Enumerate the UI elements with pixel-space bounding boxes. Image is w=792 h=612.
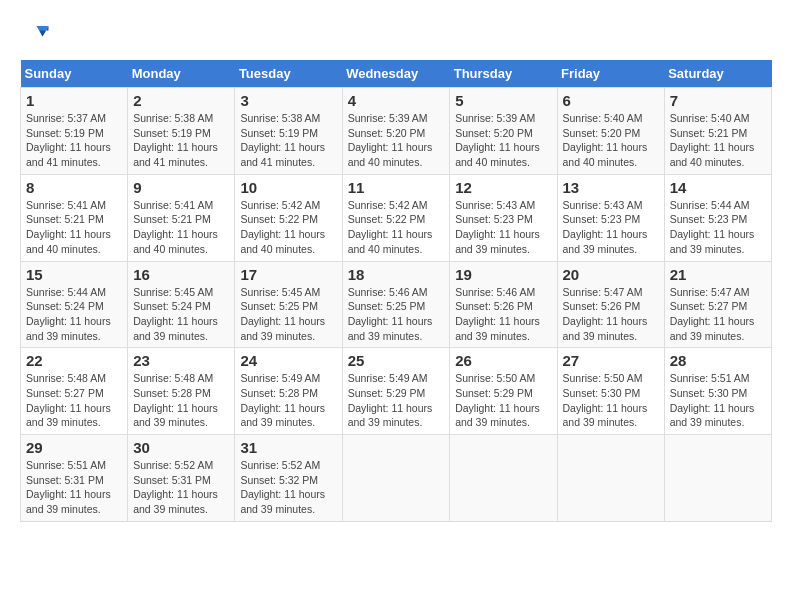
day-number: 26 bbox=[455, 352, 551, 369]
calendar-cell: 23 Sunrise: 5:48 AM Sunset: 5:28 PM Dayl… bbox=[128, 348, 235, 435]
calendar-cell: 26 Sunrise: 5:50 AM Sunset: 5:29 PM Dayl… bbox=[450, 348, 557, 435]
header-cell-monday: Monday bbox=[128, 60, 235, 88]
day-number: 6 bbox=[563, 92, 659, 109]
day-number: 30 bbox=[133, 439, 229, 456]
day-info: Sunrise: 5:40 AM Sunset: 5:20 PM Dayligh… bbox=[563, 111, 659, 170]
day-number: 18 bbox=[348, 266, 445, 283]
day-number: 24 bbox=[240, 352, 336, 369]
calendar-cell: 4 Sunrise: 5:39 AM Sunset: 5:20 PM Dayli… bbox=[342, 88, 450, 175]
calendar-cell: 1 Sunrise: 5:37 AM Sunset: 5:19 PM Dayli… bbox=[21, 88, 128, 175]
week-row-2: 8 Sunrise: 5:41 AM Sunset: 5:21 PM Dayli… bbox=[21, 174, 772, 261]
day-number: 31 bbox=[240, 439, 336, 456]
day-number: 9 bbox=[133, 179, 229, 196]
calendar-cell: 29 Sunrise: 5:51 AM Sunset: 5:31 PM Dayl… bbox=[21, 435, 128, 522]
calendar-cell bbox=[342, 435, 450, 522]
day-info: Sunrise: 5:51 AM Sunset: 5:30 PM Dayligh… bbox=[670, 371, 766, 430]
day-number: 7 bbox=[670, 92, 766, 109]
calendar-cell: 31 Sunrise: 5:52 AM Sunset: 5:32 PM Dayl… bbox=[235, 435, 342, 522]
calendar-cell: 12 Sunrise: 5:43 AM Sunset: 5:23 PM Dayl… bbox=[450, 174, 557, 261]
day-info: Sunrise: 5:37 AM Sunset: 5:19 PM Dayligh… bbox=[26, 111, 122, 170]
calendar-cell: 7 Sunrise: 5:40 AM Sunset: 5:21 PM Dayli… bbox=[664, 88, 771, 175]
day-number: 5 bbox=[455, 92, 551, 109]
day-info: Sunrise: 5:38 AM Sunset: 5:19 PM Dayligh… bbox=[240, 111, 336, 170]
calendar-cell bbox=[450, 435, 557, 522]
day-number: 19 bbox=[455, 266, 551, 283]
day-number: 14 bbox=[670, 179, 766, 196]
calendar-cell: 9 Sunrise: 5:41 AM Sunset: 5:21 PM Dayli… bbox=[128, 174, 235, 261]
day-info: Sunrise: 5:41 AM Sunset: 5:21 PM Dayligh… bbox=[26, 198, 122, 257]
calendar-cell: 15 Sunrise: 5:44 AM Sunset: 5:24 PM Dayl… bbox=[21, 261, 128, 348]
day-number: 13 bbox=[563, 179, 659, 196]
day-number: 2 bbox=[133, 92, 229, 109]
logo bbox=[20, 20, 54, 50]
header-cell-saturday: Saturday bbox=[664, 60, 771, 88]
calendar-cell: 5 Sunrise: 5:39 AM Sunset: 5:20 PM Dayli… bbox=[450, 88, 557, 175]
day-info: Sunrise: 5:39 AM Sunset: 5:20 PM Dayligh… bbox=[348, 111, 445, 170]
day-number: 10 bbox=[240, 179, 336, 196]
day-number: 21 bbox=[670, 266, 766, 283]
day-number: 25 bbox=[348, 352, 445, 369]
calendar-cell: 24 Sunrise: 5:49 AM Sunset: 5:28 PM Dayl… bbox=[235, 348, 342, 435]
day-number: 22 bbox=[26, 352, 122, 369]
calendar-cell: 14 Sunrise: 5:44 AM Sunset: 5:23 PM Dayl… bbox=[664, 174, 771, 261]
calendar-cell: 25 Sunrise: 5:49 AM Sunset: 5:29 PM Dayl… bbox=[342, 348, 450, 435]
day-number: 28 bbox=[670, 352, 766, 369]
day-number: 3 bbox=[240, 92, 336, 109]
calendar-cell: 17 Sunrise: 5:45 AM Sunset: 5:25 PM Dayl… bbox=[235, 261, 342, 348]
header-cell-wednesday: Wednesday bbox=[342, 60, 450, 88]
page-header bbox=[20, 20, 772, 50]
day-info: Sunrise: 5:47 AM Sunset: 5:27 PM Dayligh… bbox=[670, 285, 766, 344]
header-cell-tuesday: Tuesday bbox=[235, 60, 342, 88]
day-info: Sunrise: 5:51 AM Sunset: 5:31 PM Dayligh… bbox=[26, 458, 122, 517]
day-number: 4 bbox=[348, 92, 445, 109]
week-row-1: 1 Sunrise: 5:37 AM Sunset: 5:19 PM Dayli… bbox=[21, 88, 772, 175]
day-number: 27 bbox=[563, 352, 659, 369]
day-info: Sunrise: 5:50 AM Sunset: 5:30 PM Dayligh… bbox=[563, 371, 659, 430]
week-row-3: 15 Sunrise: 5:44 AM Sunset: 5:24 PM Dayl… bbox=[21, 261, 772, 348]
calendar-cell: 20 Sunrise: 5:47 AM Sunset: 5:26 PM Dayl… bbox=[557, 261, 664, 348]
day-number: 12 bbox=[455, 179, 551, 196]
day-info: Sunrise: 5:46 AM Sunset: 5:25 PM Dayligh… bbox=[348, 285, 445, 344]
calendar-cell: 8 Sunrise: 5:41 AM Sunset: 5:21 PM Dayli… bbox=[21, 174, 128, 261]
day-info: Sunrise: 5:52 AM Sunset: 5:32 PM Dayligh… bbox=[240, 458, 336, 517]
day-info: Sunrise: 5:41 AM Sunset: 5:21 PM Dayligh… bbox=[133, 198, 229, 257]
calendar-table: SundayMondayTuesdayWednesdayThursdayFrid… bbox=[20, 60, 772, 522]
calendar-cell: 6 Sunrise: 5:40 AM Sunset: 5:20 PM Dayli… bbox=[557, 88, 664, 175]
day-info: Sunrise: 5:52 AM Sunset: 5:31 PM Dayligh… bbox=[133, 458, 229, 517]
calendar-cell: 10 Sunrise: 5:42 AM Sunset: 5:22 PM Dayl… bbox=[235, 174, 342, 261]
calendar-cell: 13 Sunrise: 5:43 AM Sunset: 5:23 PM Dayl… bbox=[557, 174, 664, 261]
day-number: 8 bbox=[26, 179, 122, 196]
day-number: 11 bbox=[348, 179, 445, 196]
day-info: Sunrise: 5:39 AM Sunset: 5:20 PM Dayligh… bbox=[455, 111, 551, 170]
calendar-cell: 19 Sunrise: 5:46 AM Sunset: 5:26 PM Dayl… bbox=[450, 261, 557, 348]
day-info: Sunrise: 5:48 AM Sunset: 5:28 PM Dayligh… bbox=[133, 371, 229, 430]
calendar-cell bbox=[557, 435, 664, 522]
day-number: 1 bbox=[26, 92, 122, 109]
calendar-cell: 2 Sunrise: 5:38 AM Sunset: 5:19 PM Dayli… bbox=[128, 88, 235, 175]
logo-icon bbox=[20, 20, 50, 50]
day-info: Sunrise: 5:38 AM Sunset: 5:19 PM Dayligh… bbox=[133, 111, 229, 170]
day-number: 15 bbox=[26, 266, 122, 283]
day-info: Sunrise: 5:48 AM Sunset: 5:27 PM Dayligh… bbox=[26, 371, 122, 430]
day-info: Sunrise: 5:43 AM Sunset: 5:23 PM Dayligh… bbox=[563, 198, 659, 257]
day-info: Sunrise: 5:47 AM Sunset: 5:26 PM Dayligh… bbox=[563, 285, 659, 344]
header-cell-sunday: Sunday bbox=[21, 60, 128, 88]
calendar-cell: 27 Sunrise: 5:50 AM Sunset: 5:30 PM Dayl… bbox=[557, 348, 664, 435]
calendar-cell: 11 Sunrise: 5:42 AM Sunset: 5:22 PM Dayl… bbox=[342, 174, 450, 261]
calendar-cell: 22 Sunrise: 5:48 AM Sunset: 5:27 PM Dayl… bbox=[21, 348, 128, 435]
day-info: Sunrise: 5:46 AM Sunset: 5:26 PM Dayligh… bbox=[455, 285, 551, 344]
calendar-cell: 21 Sunrise: 5:47 AM Sunset: 5:27 PM Dayl… bbox=[664, 261, 771, 348]
day-info: Sunrise: 5:43 AM Sunset: 5:23 PM Dayligh… bbox=[455, 198, 551, 257]
calendar-cell bbox=[664, 435, 771, 522]
calendar-cell: 16 Sunrise: 5:45 AM Sunset: 5:24 PM Dayl… bbox=[128, 261, 235, 348]
day-info: Sunrise: 5:44 AM Sunset: 5:24 PM Dayligh… bbox=[26, 285, 122, 344]
day-number: 23 bbox=[133, 352, 229, 369]
day-info: Sunrise: 5:42 AM Sunset: 5:22 PM Dayligh… bbox=[348, 198, 445, 257]
calendar-cell: 28 Sunrise: 5:51 AM Sunset: 5:30 PM Dayl… bbox=[664, 348, 771, 435]
calendar-cell: 3 Sunrise: 5:38 AM Sunset: 5:19 PM Dayli… bbox=[235, 88, 342, 175]
header-cell-friday: Friday bbox=[557, 60, 664, 88]
day-info: Sunrise: 5:45 AM Sunset: 5:25 PM Dayligh… bbox=[240, 285, 336, 344]
day-number: 17 bbox=[240, 266, 336, 283]
day-info: Sunrise: 5:42 AM Sunset: 5:22 PM Dayligh… bbox=[240, 198, 336, 257]
day-info: Sunrise: 5:44 AM Sunset: 5:23 PM Dayligh… bbox=[670, 198, 766, 257]
